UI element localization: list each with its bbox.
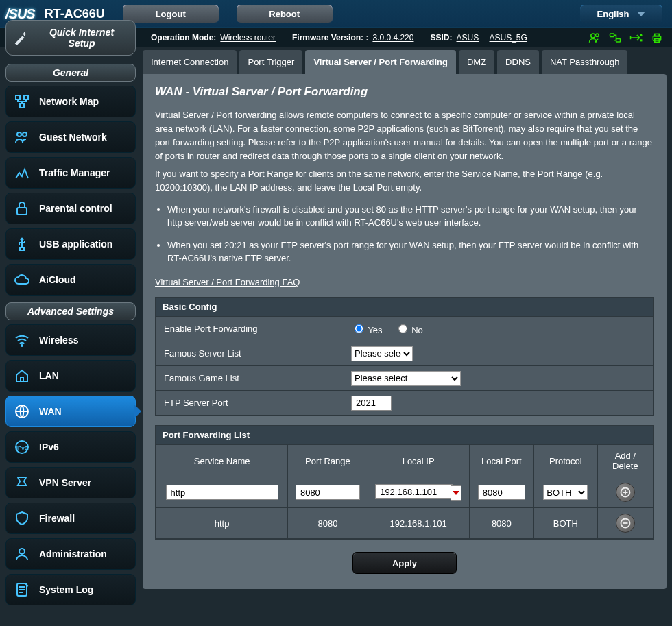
radio-yes-label: Yes xyxy=(368,325,382,335)
chevron-down-icon xyxy=(453,491,459,495)
fw-link[interactable]: 3.0.0.4.220 xyxy=(372,33,413,43)
sidebar-item-label: USB application xyxy=(39,239,112,250)
cell-service: http xyxy=(156,508,288,539)
cell-proto: BOTH xyxy=(534,508,598,539)
basic-config-table: Basic Config Enable Port Forwarding Yes … xyxy=(155,297,654,416)
model-name: RT-AC66U xyxy=(45,7,105,21)
tab-nat-passthrough[interactable]: NAT Passthrough xyxy=(542,50,627,74)
svg-rect-15 xyxy=(20,248,24,250)
port-range-input[interactable] xyxy=(296,485,360,500)
sidebar-item-label: Guest Network xyxy=(39,132,107,143)
tab-virtual-server[interactable]: Virtual Server / Port Forwarding xyxy=(305,50,456,74)
svg-rect-9 xyxy=(16,95,20,99)
tab-ddns[interactable]: DDNS xyxy=(497,50,539,74)
ssid2-link[interactable]: ASUS_5G xyxy=(490,33,527,43)
sidebar-item-lan[interactable]: LAN xyxy=(5,360,136,392)
faq-link[interactable]: Virtual Server / Port Forwarding FAQ xyxy=(155,277,300,287)
sidebar-item-ipv6[interactable]: IPv6 IPv6 xyxy=(5,431,136,463)
cell-local: 8080 xyxy=(469,508,533,539)
logout-button[interactable]: Logout xyxy=(123,5,219,23)
sidebar-item-label: System Log xyxy=(39,584,93,595)
printer-status-icon[interactable] xyxy=(651,32,662,43)
sidebar-item-system-log[interactable]: System Log xyxy=(5,574,136,605)
intro-para-1: Virtual Server / Port forwarding allows … xyxy=(155,108,654,163)
delete-button[interactable] xyxy=(616,514,635,533)
wireless-icon xyxy=(13,332,31,348)
col-port-range: Port Range xyxy=(288,445,368,477)
note-1: When your network's firewall is disabled… xyxy=(167,203,654,229)
firewall-icon xyxy=(13,510,31,527)
user-status-icon[interactable] xyxy=(588,32,601,43)
sidebar-item-network-map[interactable]: Network Map xyxy=(5,86,136,117)
protocol-select[interactable]: BOTH xyxy=(543,485,588,500)
add-button[interactable] xyxy=(616,483,635,502)
svg-rect-14 xyxy=(17,208,27,215)
port-forwarding-list: Port Forwarding List Service Name Port R… xyxy=(155,425,654,540)
wand-icon xyxy=(13,30,28,45)
sidebar-item-label: Administration xyxy=(39,549,107,559)
vpn-icon xyxy=(13,474,31,491)
radio-no[interactable] xyxy=(398,324,407,333)
radio-yes-wrap[interactable]: Yes xyxy=(351,322,383,335)
local-ip-input[interactable] xyxy=(375,484,453,499)
ssid1-link[interactable]: ASUS xyxy=(456,33,479,43)
radio-yes[interactable] xyxy=(355,324,363,333)
cell-range: 8080 xyxy=(288,508,368,539)
usb-app-icon xyxy=(13,236,31,252)
local-ip-dropdown-button[interactable] xyxy=(451,485,461,501)
pfl-entry-row: http 8080 192.168.1.101 8080 BOTH xyxy=(156,508,653,539)
quick-internet-setup-button[interactable]: Quick Internet Setup xyxy=(5,20,136,56)
col-service-name: Service Name xyxy=(156,445,288,477)
basic-config-title: Basic Config xyxy=(156,298,653,317)
sidebar-item-label: IPv6 xyxy=(39,442,59,453)
op-mode-label: Operation Mode: xyxy=(151,33,216,43)
language-label: English xyxy=(597,9,629,19)
sidebar-item-parental-control[interactable]: Parental control xyxy=(5,193,136,224)
sidebar-item-firewall[interactable]: Firewall xyxy=(5,503,136,534)
radio-no-wrap[interactable]: No xyxy=(395,322,423,335)
op-mode-link[interactable]: Wireless router xyxy=(220,33,276,43)
sidebar-item-wan[interactable]: WAN xyxy=(5,396,136,427)
tab-port-trigger[interactable]: Port Trigger xyxy=(239,50,302,74)
sidebar-item-traffic-manager[interactable]: Traffic Manager xyxy=(5,157,136,189)
row-famous-game-list: Famous Game List Please select xyxy=(156,365,653,390)
network-status-icon[interactable] xyxy=(609,32,621,43)
sidebar-item-wireless[interactable]: Wireless xyxy=(5,324,136,356)
ftp-port-label: FTP Server Port xyxy=(156,391,347,415)
svg-rect-10 xyxy=(24,95,28,99)
svg-point-0 xyxy=(591,34,595,38)
sidebar-item-guest-network[interactable]: Guest Network xyxy=(5,121,136,153)
aicloud-icon xyxy=(13,272,31,288)
network-map-icon xyxy=(13,93,31,110)
sidebar-item-label: Network Map xyxy=(39,96,99,107)
tab-dmz[interactable]: DMZ xyxy=(459,50,494,74)
page-title: WAN - Virtual Server / Port Forwarding xyxy=(155,85,654,99)
ftp-port-input[interactable] xyxy=(351,396,392,411)
intro-para-2: If you want to specify a Port Range for … xyxy=(155,167,654,195)
col-add-delete: Add / Delete xyxy=(597,445,653,477)
service-name-input[interactable] xyxy=(166,485,278,500)
server-list-select[interactable]: Please select xyxy=(351,346,413,361)
local-port-input[interactable] xyxy=(478,485,525,500)
sidebar-item-vpn-server[interactable]: VPN Server xyxy=(5,467,136,498)
svg-point-20 xyxy=(19,549,25,554)
sidebar-item-administration[interactable]: Administration xyxy=(5,538,136,570)
game-list-label: Famous Game List xyxy=(156,366,347,390)
sidebar-item-label: Firewall xyxy=(39,513,75,524)
svg-point-12 xyxy=(17,132,21,136)
game-list-select[interactable]: Please select xyxy=(351,371,461,386)
sidebar-item-usb-application[interactable]: USB application xyxy=(5,228,136,260)
language-selector[interactable]: English xyxy=(580,5,662,23)
tab-internet-connection[interactable]: Internet Connection xyxy=(143,50,237,74)
ssid-label: SSID: xyxy=(430,33,452,43)
reboot-button[interactable]: Reboot xyxy=(237,5,333,23)
row-famous-server-list: Famous Server List Please select xyxy=(156,341,653,365)
quick-setup-label: Quick Internet Setup xyxy=(35,27,128,49)
apply-button[interactable]: Apply xyxy=(352,552,457,574)
col-protocol: Protocol xyxy=(534,445,598,477)
svg-rect-3 xyxy=(616,39,621,43)
note-2: When you set 20:21 as your FTP server's … xyxy=(167,239,654,265)
sidebar-item-aicloud[interactable]: AiCloud xyxy=(5,264,136,296)
sidebar-item-label: Traffic Manager xyxy=(39,167,110,178)
usb-status-icon[interactable] xyxy=(629,32,643,43)
